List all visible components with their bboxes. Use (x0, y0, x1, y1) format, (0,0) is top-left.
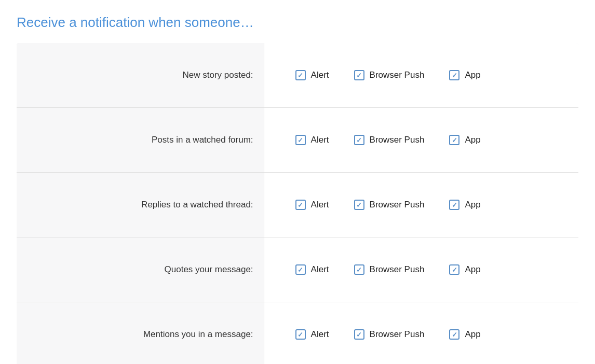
alert-label-2: Alert (311, 200, 329, 210)
app-checkbox-3[interactable]: ✓App (449, 264, 480, 275)
app-checkbox-2[interactable]: ✓App (449, 200, 480, 210)
alert-label-1: Alert (311, 135, 329, 145)
alert-checkbox-1[interactable]: ✓Alert (295, 135, 329, 145)
alert-checkbox-3[interactable]: ✓Alert (295, 264, 329, 275)
app-checkbox-1[interactable]: ✓App (449, 135, 480, 145)
browser-push-label-1: Browser Push (370, 135, 425, 145)
alert-label-0: Alert (311, 70, 329, 80)
row-label-4: Mentions you in a message: (17, 302, 264, 365)
alert-label-3: Alert (311, 264, 329, 275)
browser-push-label-2: Browser Push (370, 200, 425, 210)
alert-checkbox-0[interactable]: ✓Alert (295, 70, 329, 80)
browser-push-checkbox-3[interactable]: ✓Browser Push (354, 264, 425, 275)
app-label-4: App (465, 329, 480, 340)
app-label-1: App (465, 135, 480, 145)
app-checkbox-4[interactable]: ✓App (449, 329, 480, 340)
row-label-1: Posts in a watched forum: (17, 108, 264, 173)
alert-checkbox-4[interactable]: ✓Alert (295, 329, 329, 340)
table-row: Quotes your message:✓Alert✓Browser Push✓… (17, 237, 578, 302)
row-label-2: Replies to a watched thread: (17, 173, 264, 237)
alert-checkbox-2[interactable]: ✓Alert (295, 200, 329, 210)
app-label-0: App (465, 70, 480, 80)
browser-push-checkbox-2[interactable]: ✓Browser Push (354, 200, 425, 210)
browser-push-label-3: Browser Push (370, 264, 425, 275)
row-options-2: ✓Alert✓Browser Push✓App (264, 173, 578, 237)
browser-push-checkbox-1[interactable]: ✓Browser Push (354, 135, 425, 145)
app-checkbox-0[interactable]: ✓App (449, 70, 480, 80)
row-options-4: ✓Alert✓Browser Push✓App (264, 302, 578, 365)
row-options-1: ✓Alert✓Browser Push✓App (264, 108, 578, 173)
page-title: Receive a notification when someone… (17, 15, 578, 31)
notification-table: New story posted:✓Alert✓Browser Push✓App… (17, 43, 578, 364)
alert-label-4: Alert (311, 329, 329, 340)
browser-push-checkbox-0[interactable]: ✓Browser Push (354, 70, 425, 80)
table-row: Replies to a watched thread:✓Alert✓Brows… (17, 173, 578, 237)
table-row: New story posted:✓Alert✓Browser Push✓App (17, 43, 578, 108)
app-label-2: App (465, 200, 480, 210)
row-label-0: New story posted: (17, 43, 264, 108)
page-container: Receive a notification when someone… New… (0, 0, 595, 364)
browser-push-label-0: Browser Push (370, 70, 425, 80)
row-options-0: ✓Alert✓Browser Push✓App (264, 43, 578, 108)
app-label-3: App (465, 264, 480, 275)
browser-push-checkbox-4[interactable]: ✓Browser Push (354, 329, 425, 340)
row-options-3: ✓Alert✓Browser Push✓App (264, 237, 578, 302)
table-row: Mentions you in a message:✓Alert✓Browser… (17, 302, 578, 365)
table-row: Posts in a watched forum:✓Alert✓Browser … (17, 108, 578, 173)
row-label-3: Quotes your message: (17, 237, 264, 302)
browser-push-label-4: Browser Push (370, 329, 425, 340)
